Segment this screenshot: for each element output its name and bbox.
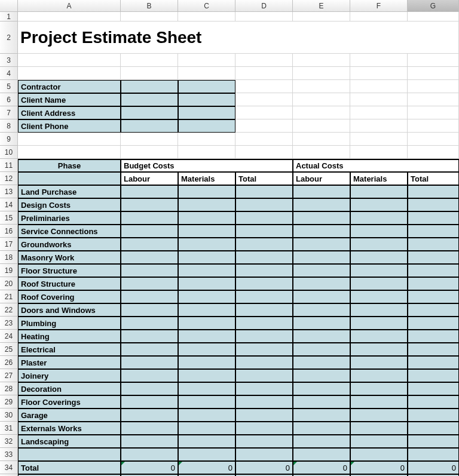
header-actual-total[interactable]: Total bbox=[408, 172, 459, 185]
phase-electrical[interactable]: Electrical bbox=[18, 343, 121, 356]
phase-decoration[interactable]: Decoration bbox=[18, 382, 121, 395]
phase-garage[interactable]: Garage bbox=[18, 409, 121, 422]
cell-A1[interactable] bbox=[18, 12, 121, 22]
row-header-27[interactable]: 27 bbox=[0, 369, 18, 382]
row-header-7[interactable]: 7 bbox=[0, 106, 18, 119]
row-header-18[interactable]: 18 bbox=[0, 251, 18, 264]
col-header-A[interactable]: A bbox=[18, 0, 121, 12]
total-actual-labour[interactable]: 0 bbox=[293, 461, 350, 474]
select-all-corner[interactable] bbox=[0, 0, 18, 12]
info-client-address-label[interactable]: Client Address bbox=[18, 106, 121, 119]
total-actual-total[interactable]: 0 bbox=[408, 461, 459, 474]
phase-land-purchase[interactable]: Land Purchase bbox=[18, 185, 121, 198]
header-budget-total[interactable]: Total bbox=[235, 172, 293, 185]
phase-preliminaries[interactable]: Preliminaries bbox=[18, 211, 121, 225]
cell-C1[interactable] bbox=[178, 12, 235, 22]
phase-heating[interactable]: Heating bbox=[18, 330, 121, 343]
row-header-8[interactable]: 8 bbox=[0, 119, 18, 133]
row-header-29[interactable]: 29 bbox=[0, 395, 18, 409]
row-header-30[interactable]: 30 bbox=[0, 409, 18, 422]
row-header-33[interactable]: 33 bbox=[0, 448, 18, 461]
col-header-D[interactable]: D bbox=[235, 0, 293, 12]
row-header-13[interactable]: 13 bbox=[0, 185, 18, 198]
header-actual-materials[interactable]: Materials bbox=[350, 172, 408, 185]
row-header-31[interactable]: 31 bbox=[0, 422, 18, 435]
phase-floor-coverings[interactable]: Floor Coverings bbox=[18, 395, 121, 409]
title-cell[interactable]: Project Estimate Sheet bbox=[18, 22, 459, 54]
cell-F1[interactable] bbox=[350, 12, 408, 22]
phase-landscaping[interactable]: Landscaping bbox=[18, 435, 121, 448]
row-header-25[interactable]: 25 bbox=[0, 343, 18, 356]
phase-roof-structure[interactable]: Roof Structure bbox=[18, 277, 121, 290]
cell-B1[interactable] bbox=[121, 12, 178, 22]
cell-G1[interactable] bbox=[408, 12, 459, 22]
row-header-10[interactable]: 10 bbox=[0, 146, 18, 159]
header-actual-labour[interactable]: Labour bbox=[293, 172, 350, 185]
col-header-C[interactable]: C bbox=[178, 0, 235, 12]
row-header-9[interactable]: 9 bbox=[0, 133, 18, 146]
row-header-22[interactable]: 22 bbox=[0, 303, 18, 317]
total-budget-materials[interactable]: 0 bbox=[178, 461, 235, 474]
cell-A3[interactable] bbox=[18, 54, 121, 67]
row-header-19[interactable]: 19 bbox=[0, 264, 18, 277]
info-client-phone-label[interactable]: Client Phone bbox=[18, 119, 121, 133]
row-header-20[interactable]: 20 bbox=[0, 277, 18, 290]
row-header-34[interactable]: 34 bbox=[0, 461, 18, 474]
phase-groundworks[interactable]: Groundworks bbox=[18, 238, 121, 251]
phase-doors-windows[interactable]: Doors and Windows bbox=[18, 303, 121, 317]
total-actual-materials[interactable]: 0 bbox=[350, 461, 408, 474]
info-client-name-label[interactable]: Client Name bbox=[18, 93, 121, 106]
row-header-5[interactable]: 5 bbox=[0, 80, 18, 93]
row-header-2[interactable]: 2 bbox=[0, 22, 18, 54]
phase-joinery[interactable]: Joinery bbox=[18, 369, 121, 382]
header-phase-sub[interactable] bbox=[18, 172, 121, 185]
header-budget-costs[interactable]: Budget Costs bbox=[121, 159, 293, 172]
col-header-E[interactable]: E bbox=[293, 0, 350, 12]
phase-floor-structure[interactable]: Floor Structure bbox=[18, 264, 121, 277]
row-header-26[interactable]: 26 bbox=[0, 356, 18, 369]
phase-service-connections[interactable]: Service Connections bbox=[18, 225, 121, 238]
row-header-24[interactable]: 24 bbox=[0, 330, 18, 343]
header-actual-costs[interactable]: Actual Costs bbox=[293, 159, 459, 172]
row-header-16[interactable]: 16 bbox=[0, 225, 18, 238]
row-header-32[interactable]: 32 bbox=[0, 435, 18, 448]
header-phase[interactable]: Phase bbox=[18, 159, 121, 172]
phase-design-costs[interactable]: Design Costs bbox=[18, 198, 121, 211]
row-header-21[interactable]: 21 bbox=[0, 290, 18, 303]
row-header-1[interactable]: 1 bbox=[0, 12, 18, 22]
header-budget-labour[interactable]: Labour bbox=[121, 172, 178, 185]
cell-E1[interactable] bbox=[293, 12, 350, 22]
phase-plumbing[interactable]: Plumbing bbox=[18, 317, 121, 330]
total-budget-total[interactable]: 0 bbox=[235, 461, 293, 474]
col-header-G[interactable]: G bbox=[408, 0, 459, 12]
info-contractor-label[interactable]: Contractor bbox=[18, 80, 121, 93]
phase-externals-works[interactable]: Externals Works bbox=[18, 422, 121, 435]
row-header-14[interactable]: 14 bbox=[0, 198, 18, 211]
info-contractor-value[interactable] bbox=[121, 80, 178, 93]
row-header-6[interactable]: 6 bbox=[0, 93, 18, 106]
row-header-28[interactable]: 28 bbox=[0, 382, 18, 395]
cell-D1[interactable] bbox=[235, 12, 293, 22]
header-budget-materials[interactable]: Materials bbox=[178, 172, 235, 185]
row-header-3[interactable]: 3 bbox=[0, 54, 18, 67]
total-label[interactable]: Total bbox=[18, 461, 121, 474]
spreadsheet-grid[interactable]: A B C D E F G 1 2 Project Estimate Sheet… bbox=[0, 0, 459, 476]
row-header-11[interactable]: 11 bbox=[0, 159, 18, 172]
phase-plaster[interactable]: Plaster bbox=[18, 356, 121, 369]
phase-roof-covering[interactable]: Roof Covering bbox=[18, 290, 121, 303]
row-header-4[interactable]: 4 bbox=[0, 67, 18, 80]
phase-masonry-work[interactable]: Masonry Work bbox=[18, 251, 121, 264]
total-budget-labour[interactable]: 0 bbox=[121, 461, 178, 474]
col-header-B[interactable]: B bbox=[121, 0, 178, 12]
col-header-F[interactable]: F bbox=[350, 0, 408, 12]
row-header-12[interactable]: 12 bbox=[0, 172, 18, 185]
row-header-17[interactable]: 17 bbox=[0, 238, 18, 251]
info-contractor-value2[interactable] bbox=[178, 80, 235, 93]
row-header-15[interactable]: 15 bbox=[0, 211, 18, 225]
row-header-23[interactable]: 23 bbox=[0, 317, 18, 330]
